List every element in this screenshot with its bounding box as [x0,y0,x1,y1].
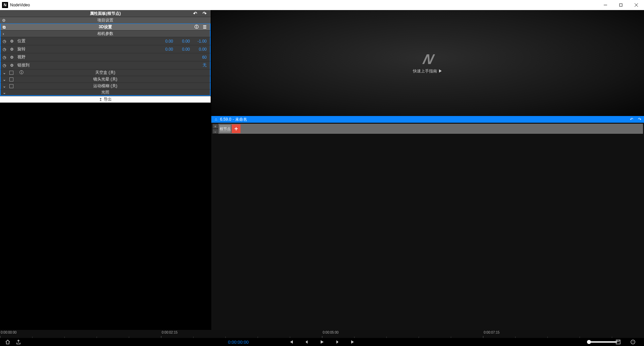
camera-params-row[interactable]: › 相机参数 [0,30,211,37]
stopwatch-icon[interactable]: ◷ [3,47,6,52]
param-rotation: ◷ ⚙ 旋转 0.00 0.00 0.00 [0,45,211,53]
lensflare-label: 镜头光晕 (关) [93,76,117,82]
chevron-down-icon: ⌄ [3,77,6,82]
property-panel: 属性面板(根节点) ↶ ↷ ⚙ 项目设置 ⧉ 3D设置 ⓘ ☰ › 相机参数 ◷… [0,10,211,103]
bottom-toolbar: 0:00:00:00 ? [0,338,644,346]
quickstart-guide-link[interactable]: 快速上手指南 ▶ [413,68,442,74]
checkbox-icon[interactable] [9,71,13,75]
chevron-right-icon: › [3,32,4,36]
svg-rect-4 [616,340,620,344]
position-y[interactable]: 0.00 [180,39,190,44]
help-icon[interactable]: ⓘ [195,24,199,30]
param-fov: ◷ ⚙ 视野 60 [0,53,211,61]
toggle-motionblur[interactable]: ⌄ 运动模糊 (关) [0,82,211,89]
position-z[interactable]: -1.00 [197,39,207,44]
maximize-button[interactable] [613,0,629,10]
fov-value[interactable]: 60 [197,55,207,60]
play-button[interactable] [318,338,326,346]
tick-label: 0:00:07:15 [484,331,499,334]
menu-icon[interactable]: ☰ [203,25,207,30]
param-label: 旋转 [17,46,25,52]
param-label: 视野 [17,54,25,60]
node-panel: ⛬ 6.59.0 - 未命名 ↶ ↷ ≡ ⌄ 根节点 + [211,116,644,330]
project-settings-row[interactable]: ⚙ 项目设置 [0,17,211,23]
chevron-down-icon: ⌄ [3,70,6,75]
svg-text:?: ? [632,341,634,344]
share-button[interactable] [15,338,22,346]
toggle-lensflare[interactable]: ⌄ 镜头光晕 (关) [0,76,211,82]
project-name: 未命名 [235,117,247,122]
tick-label: 0:00:05:00 [323,331,338,334]
toggle-skybox[interactable]: ⌄ ⓘ 天空盒 (关) [0,69,211,76]
param-label: 链接到 [17,62,30,68]
chevron-down-icon: ⌄ [3,90,6,95]
checkbox-icon[interactable] [9,84,13,88]
tick-label: 0:00:00:00 [1,331,16,334]
root-node[interactable]: 根节点 [219,124,231,133]
zoom-slider[interactable] [587,341,617,343]
help-icon[interactable]: ⓘ [19,70,23,75]
goto-end-button[interactable] [349,338,357,346]
version-label: 6.59.0 [220,117,231,122]
rotation-x[interactable]: 0.00 [163,47,173,52]
export-button[interactable]: ↥ 导出 [0,96,211,103]
app-title: NodeVideo [10,3,30,7]
node-titlebar[interactable]: ⛬ 6.59.0 - 未命名 ↶ ↷ [211,116,644,123]
position-x[interactable]: 0.00 [163,39,173,44]
upload-icon: ↥ [99,97,102,102]
project-settings-label: 项目设置 [97,17,113,23]
linkto-value[interactable]: 无 [197,62,207,68]
camera-icon: ⧉ [3,25,6,30]
param-linkto: ◷ ⚙ 链接到 无 [0,61,211,69]
lighting-label: 光照 [101,90,109,95]
nodevideo-logo: N [421,52,434,66]
gear-icon[interactable]: ⚙ [10,63,14,68]
gear-icon[interactable]: ⚙ [10,55,14,60]
gear-icon[interactable]: ⚙ [10,39,14,44]
stopwatch-icon[interactable]: ◷ [3,55,6,60]
export-label: 导出 [104,97,112,102]
add-node-button[interactable]: + [232,124,240,133]
titlebar: N NodeVideo [0,0,644,10]
motionblur-label: 运动模糊 (关) [93,83,117,89]
node-track: ≡ ⌄ 根节点 + [212,124,643,134]
close-button[interactable] [629,0,644,10]
redo-icon[interactable]: ↷ [638,117,641,122]
stopwatch-icon[interactable]: ◷ [3,39,6,44]
minimize-button[interactable] [598,0,613,10]
time-display[interactable]: 0:00:00:00 [228,340,249,345]
zoom-handle[interactable] [587,340,591,344]
preview-viewport: N 快速上手指南 ▶ [211,10,644,116]
tree-icon: ⛬ [214,117,218,122]
goto-start-button[interactable] [287,338,295,346]
rotation-z[interactable]: 0.00 [197,47,207,52]
lighting-row[interactable]: ⌄ 光照 [0,89,211,96]
undo-button[interactable]: ↶ [193,11,197,16]
gear-icon: ⚙ [2,18,6,23]
help-button[interactable]: ? [629,338,637,346]
stopwatch-icon[interactable]: ◷ [3,63,6,68]
checkbox-icon[interactable] [9,77,13,81]
chevron-down-icon: ⌄ [3,84,6,89]
param-position: ◷ ⚙ 位置 0.00 0.00 -1.00 [0,37,211,45]
panel-header: 属性面板(根节点) ↶ ↷ [0,10,211,17]
section-3d[interactable]: ⧉ 3D设置 ⓘ ☰ [0,23,211,30]
rotation-y[interactable]: 0.00 [180,47,190,52]
prev-frame-button[interactable] [303,338,310,346]
param-label: 位置 [17,38,25,44]
home-button[interactable] [4,338,11,346]
gear-icon[interactable]: ⚙ [10,47,14,52]
camera-params-label: 相机参数 [97,31,113,37]
chevron-down-icon[interactable]: ⌄ [212,129,218,134]
list-icon[interactable]: ≡ [212,124,218,129]
next-frame-button[interactable] [334,338,341,346]
undo-icon[interactable]: ↶ [630,117,633,122]
svg-rect-1 [620,4,622,6]
save-button[interactable] [614,338,622,346]
redo-button[interactable]: ↷ [203,11,207,16]
skybox-label: 天空盒 (关) [95,70,115,75]
section-3d-label: 3D设置 [99,24,112,30]
timeline-ruler[interactable]: 0:00:00:000:00:02:150:00:05:000:00:07:15… [0,330,644,338]
tick-label: 0:00:02:15 [162,331,177,334]
app-logo: N [2,2,8,8]
